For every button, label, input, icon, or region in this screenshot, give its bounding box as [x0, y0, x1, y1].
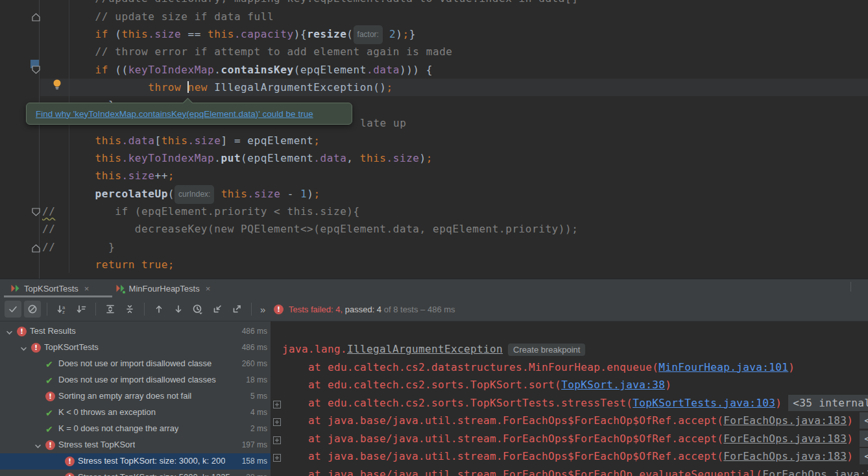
code-token: this	[42, 169, 121, 182]
test-error-icon: !	[274, 305, 283, 314]
collapse-all-button[interactable]	[121, 301, 138, 318]
tool-window-tabbar: TopKSortTests×MinFourHeapTests×	[0, 279, 868, 297]
junit-test-icon	[115, 284, 125, 293]
show-ignored-toggle[interactable]	[24, 301, 41, 318]
code-editor[interactable]: //update dictionary, mapping key:eqpElem…	[0, 0, 868, 279]
expand-frames-icon[interactable]	[273, 399, 281, 411]
chevron-down-icon[interactable]	[34, 442, 42, 453]
code-token: throw	[42, 81, 187, 94]
code-token: if	[42, 28, 115, 40]
test-history-button[interactable]	[189, 301, 206, 318]
test-tree-row[interactable]: !Stress test TopKSort: size: 5000, k: 12…	[0, 470, 271, 476]
sort-by-duration-button[interactable]	[73, 301, 90, 318]
previous-occurrence-button[interactable]	[151, 301, 167, 318]
code-token: )	[847, 432, 860, 445]
expand-frames-icon[interactable]	[273, 417, 281, 429]
test-error-icon: !	[65, 457, 75, 466]
code-token: ==	[181, 28, 208, 40]
code-token: .size	[148, 28, 181, 40]
code-token: )	[847, 450, 860, 462]
test-tree-row[interactable]: ✔Does not use or import disallowed class…	[0, 356, 271, 372]
stack-trace-line: at edu.caltech.cs2.datastructures.MinFou…	[282, 358, 868, 377]
test-name-label: Sorting an empty array does not fail	[58, 391, 191, 401]
stack-trace-link[interactable]: TopKSortTests.java:103	[633, 397, 775, 409]
code-line: // }	[42, 238, 868, 257]
code-token: // throw error if attempt to add element…	[42, 45, 453, 58]
test-tree-row[interactable]: !Stress test TopKSort197 ms	[0, 437, 271, 453]
test-output-console: java.lang.IllegalArgumentExceptionCreate…	[271, 321, 868, 476]
next-occurrence-button[interactable]	[170, 301, 187, 318]
code-token: ;	[387, 81, 393, 94]
find-cause-link[interactable]: Find why 'keyToIndexMap.containsKey(epqE…	[36, 109, 313, 119]
more-options-button-icon[interactable]: »	[256, 304, 269, 315]
console-row: at java.base/java.util.stream.ForEachOps…	[271, 412, 868, 430]
tab-close-icon[interactable]: ×	[84, 284, 90, 294]
test-tree-row[interactable]: !Sorting an empty array does not fail5 m…	[0, 388, 271, 405]
code-token: (epqElement	[294, 64, 367, 76]
test-tree-row[interactable]: ✔K = 0 does not change the array2 ms	[0, 421, 271, 437]
test-error-icon: !	[31, 343, 41, 353]
import-test-results-button[interactable]	[209, 301, 226, 318]
test-name-label: Stress test TopKSort	[58, 440, 135, 449]
test-name-label: Test Results	[30, 326, 76, 336]
console-row: at edu.caltech.cs2.sorts.TopKSortTests.s…	[271, 394, 868, 412]
test-status-summary: !Tests failed: 4, passed: 4 of 8 tests –…	[274, 297, 455, 321]
code-line: return true;	[42, 256, 868, 274]
stack-trace-link[interactable]: ForEachOps.java:183	[723, 432, 847, 445]
code-line: //update dictionary, mapping key:eqpElem…	[42, 0, 868, 8]
code-token: )	[788, 361, 795, 373]
code-token: ;	[313, 134, 320, 147]
test-error-icon: !	[45, 392, 55, 401]
expand-all-button[interactable]	[102, 301, 119, 318]
code-token: this	[208, 28, 234, 40]
code-token: return true;	[42, 258, 175, 271]
test-tree-row[interactable]: !Test Results486 ms	[0, 323, 271, 340]
test-duration-label: 5 ms	[250, 392, 267, 401]
code-token: ] = epqElement	[221, 134, 313, 147]
test-tree-row[interactable]: ✔Does not use or import disallowed class…	[0, 372, 271, 388]
code-token: ++	[154, 169, 167, 182]
fold-down-icon[interactable]	[32, 65, 40, 73]
junit-test-icon	[10, 284, 19, 293]
code-token: <3	[860, 412, 868, 429]
running-green-dot	[122, 290, 126, 294]
code-token: )	[665, 379, 671, 391]
chevron-down-icon[interactable]	[19, 344, 28, 356]
fold-up-icon[interactable]	[32, 12, 40, 21]
code-token: if	[42, 64, 115, 76]
stack-trace-link[interactable]: ForEachOps.java:183	[762, 468, 868, 476]
tab-close-icon[interactable]: ×	[206, 284, 211, 294]
fold-up-icon[interactable]	[32, 244, 40, 252]
stack-trace-link[interactable]: ForEachOps.java:183	[723, 414, 847, 427]
test-name-label: Stress test TopKSort: size: 3000, k: 200	[78, 456, 225, 466]
code-token: late up	[360, 117, 406, 129]
code-line: // update size if data full	[42, 8, 868, 26]
stack-trace-link[interactable]: TopKSort.java:38	[561, 379, 665, 391]
code-line: this.data[this.size] = epqElement;	[42, 132, 868, 150]
tool-window-tab-minfourheaptests[interactable]: MinFourHeapTests×	[109, 279, 217, 297]
tool-window-tab-topksorttests[interactable]: TopKSortTests×	[4, 279, 95, 297]
test-tree-row[interactable]: ✔K < 0 throws an exception4 ms	[0, 405, 271, 421]
code-token: IllegalArgumentException()	[214, 81, 386, 94]
code-token: )	[420, 152, 426, 164]
fold-down-icon[interactable]	[32, 207, 40, 216]
sort-alphabetically-button[interactable]: az	[53, 301, 70, 318]
expand-frames-icon[interactable]	[273, 453, 281, 464]
test-tree-row[interactable]: !TopKSortTests486 ms	[0, 340, 271, 356]
code-token: 2	[389, 28, 396, 40]
code-token: )	[775, 397, 788, 409]
test-duration-label: 486 ms	[242, 327, 267, 336]
code-token: at edu.caltech.cs2.sorts.TopKSortTests.s…	[282, 397, 633, 409]
stack-trace-line: at java.base/java.util.stream.ForEachOps…	[282, 430, 868, 448]
stack-trace-link[interactable]: MinFourHeap.java:101	[658, 361, 788, 373]
test-tree-row[interactable]: !Stress test TopKSort: size: 3000, k: 20…	[0, 453, 271, 470]
stack-trace-link[interactable]: ForEachOps.java:183	[723, 450, 847, 462]
exception-class-link[interactable]: IllegalArgumentException	[347, 343, 503, 355]
show-passed-toggle[interactable]	[5, 301, 21, 318]
console-row: at edu.caltech.cs2.sorts.TopKSort.sort(T…	[271, 376, 868, 394]
chevron-down-icon[interactable]	[5, 328, 14, 340]
create-breakpoint-chip[interactable]: Create breakpoint	[508, 344, 585, 356]
expand-frames-icon[interactable]	[273, 435, 281, 447]
parameter-hint-chip: curIndex:	[175, 185, 214, 204]
export-test-results-button[interactable]	[228, 301, 245, 318]
